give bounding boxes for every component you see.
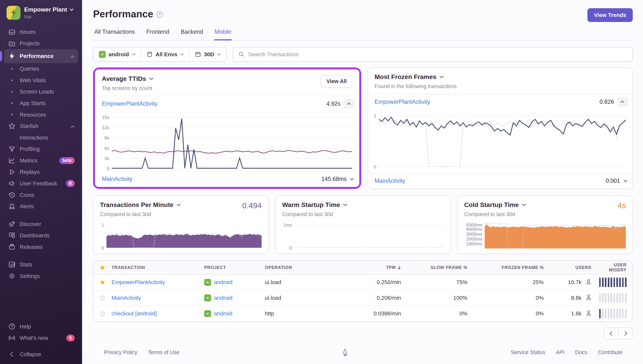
cell-user-misery: [598, 293, 633, 303]
ttids-transaction-row: MainActivity 145.68ms: [95, 172, 359, 187]
footer-link-terms-of-use[interactable]: Terms of Use: [148, 349, 179, 356]
warm-startup-chart: 1ms0: [282, 223, 444, 248]
collapse-chart-button[interactable]: [344, 99, 354, 108]
average-ttids-panel: Average TTIDs Top screens by count View …: [95, 69, 359, 187]
sidebar-item-projects[interactable]: Projects: [4, 38, 78, 49]
page-footer: Privacy PolicyTerms of Use Service Statu…: [93, 340, 633, 364]
environment-filter[interactable]: All Envs: [141, 47, 189, 61]
star-toggle[interactable]: [93, 295, 112, 301]
sidebar-item-issues[interactable]: Issues: [4, 26, 78, 38]
column-header-operation[interactable]: OPERATION: [265, 265, 334, 270]
sidebar-item-web-vitals[interactable]: Web Vitals: [4, 74, 78, 86]
sidebar-footer: HelpWhat's new5Collapse: [0, 321, 82, 360]
column-header-frozen-frame[interactable]: FROZEN FRAME %: [474, 265, 550, 270]
expand-chart-button[interactable]: [623, 180, 627, 182]
star-toggle[interactable]: [93, 310, 112, 317]
star-toggle[interactable]: [93, 279, 112, 286]
sidebar-item-performance[interactable]: Performance: [4, 49, 78, 63]
footer-links-left: Privacy PolicyTerms of Use: [104, 349, 179, 356]
y-axis-tick: 0: [102, 245, 104, 250]
sidebar-item-releases[interactable]: Releases: [4, 241, 78, 253]
chevron-up-icon: [71, 53, 75, 59]
sidebar-item-help[interactable]: Help: [4, 321, 78, 332]
column-header-slow-frame[interactable]: SLOW FRAME %: [408, 265, 474, 270]
column-header-users[interactable]: USERS: [550, 265, 598, 270]
tab-mobile[interactable]: Mobile: [214, 28, 232, 40]
project-filter[interactable]: android: [93, 47, 141, 61]
footer-link-api[interactable]: API: [556, 349, 564, 356]
cell-users: 10.7k: [550, 279, 598, 286]
footer-link-privacy-policy[interactable]: Privacy Policy: [104, 349, 137, 356]
transactions-table: TRANSACTIONPROJECTOPERATIONTPMSLOW FRAME…: [93, 260, 633, 322]
tpm-title[interactable]: Transactions Per Minute: [100, 201, 181, 208]
cell-users: 1.6k: [550, 310, 598, 317]
org-switcher[interactable]: Empower Plant Nar: [0, 6, 82, 26]
y-axis-tick: 0: [107, 166, 109, 172]
transaction-link[interactable]: checkout [android]: [112, 310, 157, 317]
project-link[interactable]: android: [214, 279, 232, 286]
sidebar-item-starfish[interactable]: Starfish: [4, 120, 78, 132]
column-header-user-misery[interactable]: USER MISERY: [598, 262, 633, 272]
transaction-link[interactable]: MainActivity: [102, 176, 132, 182]
transaction-link[interactable]: EmpowerPlantActivity: [112, 279, 165, 286]
sidebar-item-app-starts[interactable]: App Starts: [4, 98, 78, 109]
y-axis-tick: 12s: [102, 125, 109, 130]
transaction-link[interactable]: MainActivity: [112, 295, 141, 301]
ttids-chart: 15s12s9s6s3s0: [95, 112, 359, 171]
cell-slow-frame: 75%: [408, 279, 474, 286]
footer-link-docs[interactable]: Docs: [575, 349, 587, 356]
sidebar-item-metrics[interactable]: Metricsbeta: [4, 155, 78, 166]
sidebar-item-queries[interactable]: Queries: [4, 63, 78, 75]
sidebar-item-what-s-new[interactable]: What's new5: [4, 332, 78, 344]
view-trends-button[interactable]: View Trends: [587, 8, 633, 22]
tab-all-transactions[interactable]: All Transactions: [94, 28, 135, 40]
sidebar-item-user-feedback[interactable]: User FeedbackB: [4, 178, 78, 189]
tab-frontend[interactable]: Frontend: [146, 28, 170, 40]
footer-link-service-status[interactable]: Service Status: [511, 349, 545, 356]
sidebar-item-label: Projects: [20, 40, 75, 46]
transaction-link[interactable]: MainActivity: [375, 178, 405, 184]
sidebar-item-crons[interactable]: Crons: [4, 189, 78, 201]
project-link[interactable]: android: [214, 295, 232, 301]
sidebar-item-profiling[interactable]: Profiling: [4, 144, 78, 155]
expand-chart-button[interactable]: [350, 178, 354, 180]
sidebar-item-settings[interactable]: Settings: [4, 270, 78, 282]
sidebar-item-resources[interactable]: Resources: [4, 109, 78, 120]
sidebar-item-interactions[interactable]: Interactions: [4, 132, 78, 144]
releases-icon: [8, 243, 16, 251]
column-header-transaction[interactable]: TRANSACTION: [112, 265, 204, 270]
table-header-row: TRANSACTIONPROJECTOPERATIONTPMSLOW FRAME…: [93, 261, 632, 275]
sidebar-item-replays[interactable]: Replays: [4, 166, 78, 178]
column-header-tpm[interactable]: TPM: [334, 265, 408, 270]
help-question-icon[interactable]: ?: [156, 11, 163, 18]
alerts-icon: [8, 203, 16, 210]
sidebar-item-alerts[interactable]: Alerts: [4, 201, 78, 212]
sidebar-item-stats[interactable]: Stats: [4, 259, 78, 270]
project-link[interactable]: android: [214, 310, 232, 317]
view-all-button[interactable]: View All: [321, 75, 352, 88]
cold-startup-title[interactable]: Cold Startup Time: [464, 201, 526, 208]
most-frozen-frames-title[interactable]: Most Frozen Frames: [375, 73, 457, 80]
warm-startup-time-panel: Warm Startup Time Compared to last 30d 1…: [275, 196, 451, 254]
sidebar-item-collapse[interactable]: Collapse: [4, 348, 78, 360]
footer-link-contribute[interactable]: Contribute: [598, 349, 622, 356]
average-ttids-title[interactable]: Average TTIDs: [102, 75, 153, 82]
sidebar-item-screen-loads[interactable]: Screen Loads: [4, 86, 78, 98]
transaction-link[interactable]: EmpowerPlantActivity: [102, 100, 157, 107]
previous-page-button[interactable]: [604, 328, 618, 340]
tab-backend[interactable]: Backend: [180, 28, 203, 40]
date-range-filter[interactable]: 30D: [189, 47, 226, 61]
sidebar-item-label: User Feedback: [20, 180, 62, 187]
cell-users: 8.8k: [550, 294, 598, 302]
collapse-chart-button[interactable]: [617, 98, 627, 106]
warm-startup-title[interactable]: Warm Startup Time: [282, 201, 348, 208]
next-page-button[interactable]: [618, 328, 633, 340]
column-header-project[interactable]: PROJECT: [204, 265, 265, 270]
sidebar-item-dashboards[interactable]: Dashboards: [4, 230, 78, 241]
sidebar-item-discover[interactable]: Discover: [4, 218, 78, 230]
transaction-value: 0.826: [599, 98, 614, 105]
transaction-link[interactable]: EmpowerPlantActivity: [375, 98, 430, 105]
star-column-header[interactable]: [93, 264, 112, 271]
megaphone-icon: [8, 180, 16, 187]
search-transactions-input[interactable]: [248, 51, 627, 58]
